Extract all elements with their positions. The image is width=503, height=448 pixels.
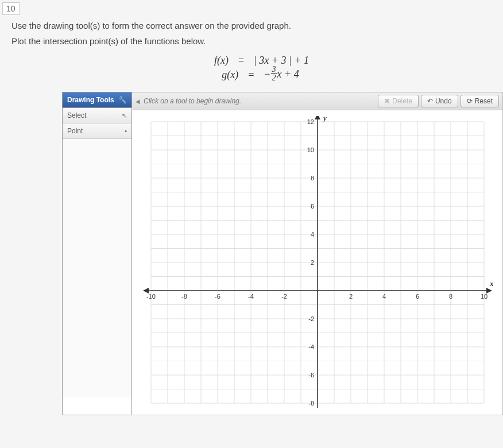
tool-point[interactable]: Point • — [63, 123, 131, 139]
tools-header: Drawing Tools 🔧 — [63, 92, 131, 108]
svg-text:10: 10 — [480, 293, 487, 300]
point-icon: • — [125, 128, 127, 134]
f-rhs: | 3x + 3 | + 1 — [254, 55, 309, 67]
f-equals: = — [235, 55, 247, 67]
svg-text:-8: -8 — [181, 293, 187, 300]
instruction-main: Use the drawing tool(s) to form the corr… — [0, 15, 503, 33]
tool-point-label: Point — [67, 127, 83, 135]
g-equals: = — [245, 69, 257, 81]
tool-select-label: Select — [67, 111, 86, 119]
instruction-sub: Plot the intersection point(s) of the fu… — [0, 33, 503, 52]
delete-button[interactable]: ✖ Delete — [378, 95, 419, 107]
svg-text:-8: -8 — [308, 400, 314, 407]
f-lhs: f(x) — [194, 55, 229, 67]
undo-icon: ↶ — [427, 97, 433, 105]
coordinate-grid: -10-8-6-4-2246810-8-6-4-224681012xy — [140, 116, 496, 409]
reset-icon: ⟳ — [467, 97, 473, 105]
undo-button[interactable]: ↶ Undo — [421, 95, 458, 107]
svg-text:-4: -4 — [248, 293, 254, 300]
g-lhs: g(x) — [204, 69, 238, 81]
reset-label: Reset — [475, 97, 493, 105]
svg-text:-6: -6 — [215, 293, 220, 300]
svg-text:8: 8 — [448, 293, 452, 300]
triangle-left-icon: ◀ — [136, 98, 140, 105]
delete-icon: ✖ — [384, 97, 390, 105]
svg-text:6: 6 — [310, 203, 314, 210]
tool-area: Drawing Tools 🔧 Select ↖ Point • ◀ Click… — [62, 92, 503, 415]
svg-text:-2: -2 — [308, 315, 314, 322]
hint-text: Click on a tool to begin drawing. — [144, 97, 378, 105]
hint-bar: ◀ Click on a tool to begin drawing. ✖ De… — [132, 92, 502, 110]
undo-label: Undo — [435, 97, 452, 105]
graph-canvas[interactable]: -10-8-6-4-2246810-8-6-4-224681012xy — [140, 116, 496, 409]
svg-text:-10: -10 — [146, 293, 156, 300]
svg-text:2: 2 — [349, 293, 352, 300]
cursor-icon: ↖ — [122, 112, 127, 119]
g-rhs: −32x + 4 — [264, 67, 299, 83]
svg-text:12: 12 — [307, 118, 314, 125]
svg-text:6: 6 — [415, 293, 419, 300]
svg-text:-2: -2 — [281, 293, 287, 300]
action-buttons: ✖ Delete ↶ Undo ⟳ Reset — [378, 95, 499, 107]
delete-label: Delete — [392, 97, 412, 105]
svg-text:2: 2 — [310, 259, 314, 266]
svg-text:8: 8 — [310, 175, 314, 181]
svg-text:4: 4 — [310, 231, 314, 238]
svg-text:-6: -6 — [308, 372, 314, 379]
svg-text:x: x — [489, 279, 494, 288]
svg-marker-46 — [315, 116, 320, 119]
graph-panel: ◀ Click on a tool to begin drawing. ✖ De… — [132, 92, 503, 415]
svg-text:y: y — [322, 116, 327, 122]
tools-empty-area — [63, 139, 131, 397]
tools-panel: Drawing Tools 🔧 Select ↖ Point • — [62, 92, 132, 415]
svg-text:4: 4 — [382, 293, 385, 300]
equations-block: f(x) = | 3x + 3 | + 1 g(x) = −32x + 4 — [0, 52, 503, 92]
wrench-icon: 🔧 — [118, 96, 127, 104]
tools-header-label: Drawing Tools — [67, 96, 114, 104]
svg-text:-4: -4 — [308, 343, 314, 350]
reset-button[interactable]: ⟳ Reset — [461, 95, 499, 107]
tool-select[interactable]: Select ↖ — [63, 108, 131, 123]
svg-text:10: 10 — [307, 146, 314, 153]
question-number: 10 — [2, 2, 20, 15]
